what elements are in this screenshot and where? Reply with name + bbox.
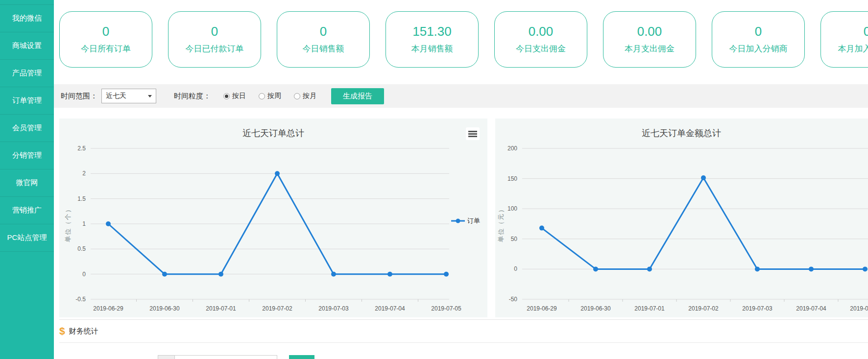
sidebar-item-label: 商城设置 bbox=[12, 41, 42, 50]
sidebar-item-micro-site[interactable]: 微官网 bbox=[0, 169, 54, 197]
sidebar-item-label: 我的微信 bbox=[12, 14, 42, 23]
stat-label: 本月销售额 bbox=[411, 43, 453, 54]
stat-card-month-sales: 151.30 本月销售额 bbox=[386, 11, 479, 68]
stat-card-today-distributors: 0 今日加入分销商 bbox=[712, 11, 805, 68]
chart-orders-panel: -0.500.511.522.52019-06-292019-06-302019… bbox=[59, 119, 487, 317]
amount-line-chart: -500501001502002019-06-292019-06-302019-… bbox=[495, 119, 868, 317]
stat-card-month-distributors: 0 本月加入分销商 bbox=[820, 11, 868, 68]
granularity-radio-monthly[interactable]: 按月 bbox=[294, 92, 316, 100]
svg-text:2019-07-02: 2019-07-02 bbox=[688, 305, 719, 312]
stat-label: 今日所有订单 bbox=[81, 43, 131, 54]
finance-input-addon bbox=[158, 355, 175, 359]
chart-legend-orders[interactable]: 订单 bbox=[451, 216, 480, 225]
svg-text:200: 200 bbox=[507, 145, 517, 152]
svg-text:近七天订单金额总计: 近七天订单金额总计 bbox=[642, 128, 721, 138]
stat-card-month-commission: 0.00 本月支出佣金 bbox=[603, 11, 696, 68]
stat-label: 今日销售额 bbox=[303, 43, 344, 54]
svg-text:2019-06-30: 2019-06-30 bbox=[580, 305, 611, 312]
orders-line-chart: -0.500.511.522.52019-06-292019-06-302019… bbox=[59, 119, 487, 317]
radio-icon bbox=[223, 93, 230, 99]
sidebar-item-member-management[interactable]: 会员管理 bbox=[0, 115, 54, 142]
svg-text:-0.5: -0.5 bbox=[75, 296, 86, 303]
stat-value: 0 bbox=[864, 24, 868, 39]
stat-label: 今日支出佣金 bbox=[516, 43, 566, 54]
svg-text:1.5: 1.5 bbox=[77, 195, 86, 202]
granularity-label: 时间粒度： bbox=[174, 92, 211, 101]
radio-label: 按周 bbox=[267, 92, 281, 100]
svg-text:单位（个）: 单位（个） bbox=[64, 206, 72, 242]
svg-text:2019-07-03: 2019-07-03 bbox=[742, 305, 772, 312]
sidebar-item-marketing-promotion[interactable]: 营销推广 bbox=[0, 197, 54, 224]
svg-text:单位（元）: 单位（元） bbox=[497, 206, 505, 242]
svg-text:-50: -50 bbox=[509, 296, 518, 303]
radio-label: 按月 bbox=[303, 92, 316, 100]
legend-label: 订单 bbox=[467, 216, 480, 225]
svg-text:2019-06-29: 2019-06-29 bbox=[527, 305, 557, 312]
finance-search-button[interactable] bbox=[289, 355, 314, 359]
stat-card-today-commission: 0.00 今日支出佣金 bbox=[494, 11, 587, 68]
svg-text:0: 0 bbox=[82, 271, 86, 278]
svg-text:2019-07-03: 2019-07-03 bbox=[318, 305, 349, 312]
chart-amount-panel: -500501001502002019-06-292019-06-302019-… bbox=[495, 119, 868, 317]
sidebar-item-label: 会员管理 bbox=[12, 123, 42, 133]
svg-text:2019-06-30: 2019-06-30 bbox=[149, 305, 180, 312]
svg-text:50: 50 bbox=[511, 236, 518, 242]
sidebar-item-label: PC站点管理 bbox=[7, 233, 47, 242]
sidebar-item-pc-site-management[interactable]: PC站点管理 bbox=[0, 224, 54, 252]
generate-report-button[interactable]: 生成报告 bbox=[331, 88, 384, 104]
sidebar-item-label: 分销管理 bbox=[12, 151, 42, 160]
sidebar-item-my-wechat[interactable]: 我的微信 bbox=[0, 5, 54, 32]
svg-text:2019-07-05: 2019-07-05 bbox=[431, 305, 461, 312]
svg-text:2019-06-29: 2019-06-29 bbox=[93, 305, 123, 312]
radio-icon bbox=[294, 93, 300, 99]
sidebar-item-mall-settings[interactable]: 商城设置 bbox=[0, 32, 54, 60]
radio-icon bbox=[259, 93, 265, 99]
finance-section-header: $ 财务统计 bbox=[59, 320, 868, 343]
svg-text:2019-07-05: 2019-07-05 bbox=[850, 305, 868, 312]
svg-text:2019-07-04: 2019-07-04 bbox=[375, 305, 405, 312]
sidebar-item-label: 订单管理 bbox=[12, 96, 42, 105]
stat-label: 今日加入分销商 bbox=[729, 43, 788, 54]
chevron-down-icon bbox=[148, 95, 152, 97]
dashboard-screen: 我的微信 商城设置 产品管理 订单管理 会员管理 分销管理 微官网 营销推广 P… bbox=[0, 0, 868, 359]
stat-card-today-paid-orders: 0 今日已付款订单 bbox=[168, 11, 261, 68]
svg-text:0: 0 bbox=[514, 265, 517, 272]
svg-text:2019-07-02: 2019-07-02 bbox=[262, 305, 292, 312]
time-range-select[interactable]: 近七天 bbox=[101, 89, 156, 103]
svg-text:2019-07-04: 2019-07-04 bbox=[796, 305, 826, 312]
chart-menu-icon[interactable] bbox=[466, 127, 480, 140]
svg-text:0.5: 0.5 bbox=[77, 245, 86, 252]
svg-text:150: 150 bbox=[507, 175, 517, 182]
stat-value: 0.00 bbox=[529, 24, 554, 39]
svg-text:2: 2 bbox=[82, 170, 86, 177]
stat-label: 今日已付款订单 bbox=[186, 43, 244, 54]
stat-value: 0 bbox=[755, 24, 762, 39]
svg-text:2.5: 2.5 bbox=[77, 145, 86, 152]
dollar-icon: $ bbox=[59, 325, 65, 337]
stat-card-today-sales: 0 今日销售额 bbox=[277, 11, 370, 68]
svg-text:1: 1 bbox=[82, 220, 86, 227]
finance-input-field[interactable] bbox=[174, 355, 277, 359]
stat-value: 0 bbox=[211, 24, 218, 39]
sidebar-item-label: 产品管理 bbox=[12, 69, 42, 78]
radio-label: 按日 bbox=[232, 92, 246, 100]
sidebar: 我的微信 商城设置 产品管理 订单管理 会员管理 分销管理 微官网 营销推广 P… bbox=[0, 0, 54, 359]
sidebar-item-label: 营销推广 bbox=[12, 206, 42, 215]
svg-text:100: 100 bbox=[507, 205, 517, 212]
svg-text:2019-07-01: 2019-07-01 bbox=[206, 305, 236, 312]
stat-value: 0 bbox=[320, 24, 327, 39]
sidebar-item-distribution-management[interactable]: 分销管理 bbox=[0, 142, 54, 169]
time-range-label: 时间范围： bbox=[61, 92, 97, 101]
sidebar-item-order-management[interactable]: 订单管理 bbox=[0, 87, 54, 115]
sidebar-item-product-management[interactable]: 产品管理 bbox=[0, 60, 54, 87]
stat-card-today-orders: 0 今日所有订单 bbox=[59, 11, 152, 68]
stat-label: 本月加入分销商 bbox=[838, 43, 868, 54]
report-filter-bar: 时间范围： 近七天 时间粒度： 按日 按周 按月 生成报告 bbox=[54, 84, 868, 108]
granularity-radio-weekly[interactable]: 按周 bbox=[259, 92, 281, 100]
svg-text:近七天订单总计: 近七天订单总计 bbox=[242, 128, 304, 138]
stat-label: 本月支出佣金 bbox=[625, 43, 675, 54]
stat-value: 0 bbox=[102, 24, 109, 39]
granularity-radio-daily[interactable]: 按日 bbox=[223, 92, 246, 100]
sidebar-partial-item bbox=[0, 0, 54, 5]
finance-section-title: 财务统计 bbox=[69, 327, 98, 336]
